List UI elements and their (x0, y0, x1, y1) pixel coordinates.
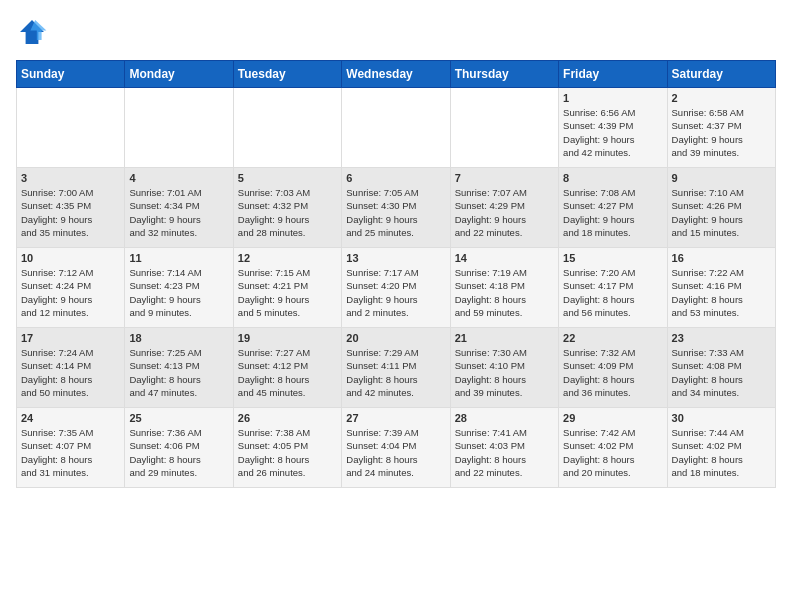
calendar-cell: 4Sunrise: 7:01 AM Sunset: 4:34 PM Daylig… (125, 168, 233, 248)
day-number: 20 (346, 332, 445, 344)
day-info: Sunrise: 7:32 AM Sunset: 4:09 PM Dayligh… (563, 346, 662, 399)
calendar-cell: 27Sunrise: 7:39 AM Sunset: 4:04 PM Dayli… (342, 408, 450, 488)
day-number: 15 (563, 252, 662, 264)
weekday-header: Wednesday (342, 61, 450, 88)
day-info: Sunrise: 7:30 AM Sunset: 4:10 PM Dayligh… (455, 346, 554, 399)
day-info: Sunrise: 7:38 AM Sunset: 4:05 PM Dayligh… (238, 426, 337, 479)
day-info: Sunrise: 7:33 AM Sunset: 4:08 PM Dayligh… (672, 346, 771, 399)
calendar-cell: 21Sunrise: 7:30 AM Sunset: 4:10 PM Dayli… (450, 328, 558, 408)
calendar-cell: 25Sunrise: 7:36 AM Sunset: 4:06 PM Dayli… (125, 408, 233, 488)
day-number: 12 (238, 252, 337, 264)
day-info: Sunrise: 7:41 AM Sunset: 4:03 PM Dayligh… (455, 426, 554, 479)
day-number: 24 (21, 412, 120, 424)
day-number: 16 (672, 252, 771, 264)
calendar-cell: 10Sunrise: 7:12 AM Sunset: 4:24 PM Dayli… (17, 248, 125, 328)
day-info: Sunrise: 6:58 AM Sunset: 4:37 PM Dayligh… (672, 106, 771, 159)
day-info: Sunrise: 7:08 AM Sunset: 4:27 PM Dayligh… (563, 186, 662, 239)
day-number: 10 (21, 252, 120, 264)
weekday-header: Sunday (17, 61, 125, 88)
calendar-cell (233, 88, 341, 168)
day-info: Sunrise: 7:12 AM Sunset: 4:24 PM Dayligh… (21, 266, 120, 319)
day-number: 26 (238, 412, 337, 424)
day-info: Sunrise: 7:00 AM Sunset: 4:35 PM Dayligh… (21, 186, 120, 239)
calendar-cell: 14Sunrise: 7:19 AM Sunset: 4:18 PM Dayli… (450, 248, 558, 328)
calendar-cell: 6Sunrise: 7:05 AM Sunset: 4:30 PM Daylig… (342, 168, 450, 248)
calendar-week-row: 17Sunrise: 7:24 AM Sunset: 4:14 PM Dayli… (17, 328, 776, 408)
day-info: Sunrise: 7:44 AM Sunset: 4:02 PM Dayligh… (672, 426, 771, 479)
calendar-week-row: 10Sunrise: 7:12 AM Sunset: 4:24 PM Dayli… (17, 248, 776, 328)
calendar-cell: 22Sunrise: 7:32 AM Sunset: 4:09 PM Dayli… (559, 328, 667, 408)
day-info: Sunrise: 7:03 AM Sunset: 4:32 PM Dayligh… (238, 186, 337, 239)
day-info: Sunrise: 7:14 AM Sunset: 4:23 PM Dayligh… (129, 266, 228, 319)
calendar-cell: 1Sunrise: 6:56 AM Sunset: 4:39 PM Daylig… (559, 88, 667, 168)
calendar-cell: 16Sunrise: 7:22 AM Sunset: 4:16 PM Dayli… (667, 248, 775, 328)
day-info: Sunrise: 7:39 AM Sunset: 4:04 PM Dayligh… (346, 426, 445, 479)
calendar-cell (17, 88, 125, 168)
day-info: Sunrise: 7:24 AM Sunset: 4:14 PM Dayligh… (21, 346, 120, 399)
calendar-week-row: 1Sunrise: 6:56 AM Sunset: 4:39 PM Daylig… (17, 88, 776, 168)
page-header (16, 16, 776, 48)
calendar-cell: 2Sunrise: 6:58 AM Sunset: 4:37 PM Daylig… (667, 88, 775, 168)
day-number: 30 (672, 412, 771, 424)
calendar-cell: 26Sunrise: 7:38 AM Sunset: 4:05 PM Dayli… (233, 408, 341, 488)
calendar-cell: 9Sunrise: 7:10 AM Sunset: 4:26 PM Daylig… (667, 168, 775, 248)
calendar-cell: 11Sunrise: 7:14 AM Sunset: 4:23 PM Dayli… (125, 248, 233, 328)
day-info: Sunrise: 7:27 AM Sunset: 4:12 PM Dayligh… (238, 346, 337, 399)
day-number: 7 (455, 172, 554, 184)
logo-icon (16, 16, 48, 48)
calendar-cell: 28Sunrise: 7:41 AM Sunset: 4:03 PM Dayli… (450, 408, 558, 488)
day-info: Sunrise: 6:56 AM Sunset: 4:39 PM Dayligh… (563, 106, 662, 159)
calendar-cell (450, 88, 558, 168)
calendar-cell: 8Sunrise: 7:08 AM Sunset: 4:27 PM Daylig… (559, 168, 667, 248)
day-info: Sunrise: 7:25 AM Sunset: 4:13 PM Dayligh… (129, 346, 228, 399)
day-number: 28 (455, 412, 554, 424)
calendar-cell: 15Sunrise: 7:20 AM Sunset: 4:17 PM Dayli… (559, 248, 667, 328)
day-number: 14 (455, 252, 554, 264)
calendar-cell: 30Sunrise: 7:44 AM Sunset: 4:02 PM Dayli… (667, 408, 775, 488)
day-info: Sunrise: 7:07 AM Sunset: 4:29 PM Dayligh… (455, 186, 554, 239)
day-number: 22 (563, 332, 662, 344)
weekday-header: Thursday (450, 61, 558, 88)
day-number: 17 (21, 332, 120, 344)
day-number: 8 (563, 172, 662, 184)
weekday-header: Monday (125, 61, 233, 88)
day-number: 19 (238, 332, 337, 344)
day-info: Sunrise: 7:29 AM Sunset: 4:11 PM Dayligh… (346, 346, 445, 399)
day-info: Sunrise: 7:42 AM Sunset: 4:02 PM Dayligh… (563, 426, 662, 479)
calendar-cell: 12Sunrise: 7:15 AM Sunset: 4:21 PM Dayli… (233, 248, 341, 328)
day-info: Sunrise: 7:10 AM Sunset: 4:26 PM Dayligh… (672, 186, 771, 239)
day-number: 11 (129, 252, 228, 264)
day-info: Sunrise: 7:36 AM Sunset: 4:06 PM Dayligh… (129, 426, 228, 479)
calendar-cell: 7Sunrise: 7:07 AM Sunset: 4:29 PM Daylig… (450, 168, 558, 248)
calendar-week-row: 24Sunrise: 7:35 AM Sunset: 4:07 PM Dayli… (17, 408, 776, 488)
day-number: 21 (455, 332, 554, 344)
calendar-cell (125, 88, 233, 168)
calendar-header-row: SundayMondayTuesdayWednesdayThursdayFrid… (17, 61, 776, 88)
day-info: Sunrise: 7:05 AM Sunset: 4:30 PM Dayligh… (346, 186, 445, 239)
day-number: 27 (346, 412, 445, 424)
day-number: 25 (129, 412, 228, 424)
day-info: Sunrise: 7:15 AM Sunset: 4:21 PM Dayligh… (238, 266, 337, 319)
calendar-cell: 24Sunrise: 7:35 AM Sunset: 4:07 PM Dayli… (17, 408, 125, 488)
weekday-header: Saturday (667, 61, 775, 88)
calendar-cell (342, 88, 450, 168)
calendar-cell: 5Sunrise: 7:03 AM Sunset: 4:32 PM Daylig… (233, 168, 341, 248)
calendar-table: SundayMondayTuesdayWednesdayThursdayFrid… (16, 60, 776, 488)
calendar-cell: 13Sunrise: 7:17 AM Sunset: 4:20 PM Dayli… (342, 248, 450, 328)
day-number: 23 (672, 332, 771, 344)
calendar-cell: 17Sunrise: 7:24 AM Sunset: 4:14 PM Dayli… (17, 328, 125, 408)
day-number: 4 (129, 172, 228, 184)
weekday-header: Tuesday (233, 61, 341, 88)
day-number: 1 (563, 92, 662, 104)
calendar-cell: 3Sunrise: 7:00 AM Sunset: 4:35 PM Daylig… (17, 168, 125, 248)
day-info: Sunrise: 7:22 AM Sunset: 4:16 PM Dayligh… (672, 266, 771, 319)
logo (16, 16, 52, 48)
day-info: Sunrise: 7:20 AM Sunset: 4:17 PM Dayligh… (563, 266, 662, 319)
calendar-week-row: 3Sunrise: 7:00 AM Sunset: 4:35 PM Daylig… (17, 168, 776, 248)
day-number: 6 (346, 172, 445, 184)
day-number: 18 (129, 332, 228, 344)
day-info: Sunrise: 7:19 AM Sunset: 4:18 PM Dayligh… (455, 266, 554, 319)
calendar-cell: 29Sunrise: 7:42 AM Sunset: 4:02 PM Dayli… (559, 408, 667, 488)
day-number: 3 (21, 172, 120, 184)
calendar-cell: 18Sunrise: 7:25 AM Sunset: 4:13 PM Dayli… (125, 328, 233, 408)
